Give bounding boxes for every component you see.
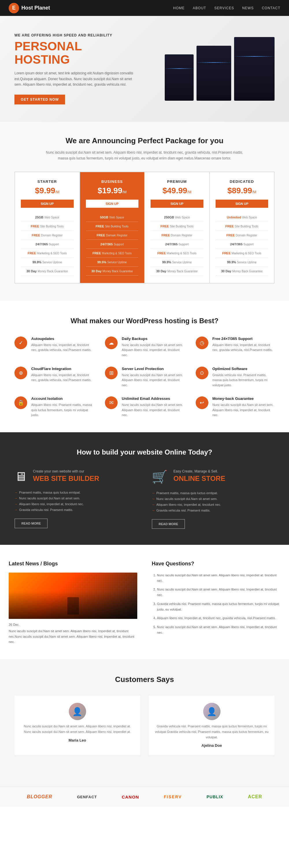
feature-icon-4: ⊞ [105, 367, 118, 379]
pricing-card-dedicated: DEDICATED $89.99/M SIGN UP Unlimited Web… [210, 172, 275, 283]
plan-price: $89.99/M [216, 186, 268, 195]
feature-icon-7: ✉ [105, 396, 118, 409]
pricing-feature: 24/7/365 Support [216, 240, 268, 249]
pricing-feature: 30 Day Money Back Guarantee [151, 267, 204, 276]
nav-links: HOME ABOUT SERVICES NEWS CONTACT [173, 6, 280, 10]
nav-news[interactable]: NEWS [242, 6, 254, 10]
pricing-feature: FREE Domain Register [216, 231, 268, 240]
feature-text-1: Daily Backups Nunc iaculis suscipit dui.… [122, 337, 184, 358]
pricing-feature: FREE Site Building Tools [21, 222, 74, 231]
plan-name: STARTER [21, 179, 74, 184]
pricing-feature: 250GB Web Space [151, 213, 204, 222]
build-list-item: Nunc iaculis suscipit dui.Nam sit amet s… [152, 496, 275, 502]
pricing-feature: 30 Day Money Back Guarantee [21, 267, 74, 276]
plan-price: $19.99/M [86, 186, 139, 195]
pricing-card-business: BUSINESS $19.99/M SIGN UP 50GB Web Space… [80, 172, 145, 283]
testimonials-section: Customers Says 👤 Nunc iaculis suscipit d… [0, 659, 289, 787]
logo[interactable]: E Host Planet [9, 3, 50, 13]
get-started-button[interactable]: GET STARTED NOW [14, 95, 65, 104]
server-tower-large [234, 37, 275, 101]
brand-blogger: Blogger [27, 794, 52, 799]
build-columns: 🖥 Create your own website with our WEB S… [14, 469, 275, 529]
faq-title: Have Questions? [152, 561, 280, 567]
faq-list: Nunc iaculis suscipit dui.Nam sit amet s… [152, 572, 280, 635]
build-col-1: 🛒 Easy Create, Manage & Sell. ONLINE STO… [152, 469, 275, 529]
announce-desc: Nunc iaculis suscipit dui.Nam sit amet s… [43, 150, 246, 161]
feature-icon-1: ☁ [105, 337, 118, 349]
pricing-feature: 99.5% Service Uptime [86, 258, 139, 267]
build-list-item: Gravida vehicula nisl. Praesent mattis. [14, 507, 137, 513]
pricing-feature: 25GB Web Space [21, 213, 74, 222]
news-faq-section: Latest News / Blogs 26 Dec. Nunc iaculis… [0, 545, 289, 659]
feature-title-6: Account Isolation [31, 396, 93, 401]
news-title: Latest News / Blogs [9, 561, 137, 567]
signup-button[interactable]: SIGN UP [21, 199, 74, 208]
signup-button[interactable]: SIGN UP [151, 199, 204, 208]
feature-title-8: Money-back Guarantee [212, 396, 275, 401]
hero-section: WE ARE OFFERING HIGH SPEED AND RELIABILI… [0, 16, 289, 122]
feature-text-3: CloudFlare Integration Aliquam libero ni… [31, 367, 93, 388]
feature-desc-2: Aliquam libero nisi, imperdiet at, tinci… [212, 343, 275, 353]
feature-title-7: Unlimited Email Addresses [122, 396, 184, 401]
build-col-icon-1: 🛒 [152, 469, 168, 484]
feature-item-2: ◷ Free 24×7/365 Support Aliquam libero n… [196, 337, 275, 358]
pricing-feature: 99.9% Service Uptime [21, 258, 74, 267]
build-col-title-0: WEB SITE BUILDER [33, 475, 99, 482]
feature-text-4: Server Level Protection Nunc iaculis sus… [122, 367, 184, 388]
plan-price: $9.99/M [21, 186, 74, 195]
testimonial-card-0: 👤 Nunc iaculis suscipit dui.Nam sit amet… [14, 695, 140, 755]
feature-title-2: Free 24×7/365 Support [212, 337, 275, 341]
signup-button[interactable]: SIGN UP [216, 199, 268, 208]
build-list-item: Gravida vehicula nisl. Praesent mattis. [152, 507, 275, 513]
brand-fiserv: FISERV [164, 795, 182, 799]
faq-item-2: Gravida vehicula nisl. Praesent mattis, … [157, 601, 280, 612]
news-image-figure [67, 597, 79, 615]
plan-features: 250GB Web Space FREE Site Building Tools… [151, 213, 204, 276]
faq-column: Have Questions? Nunc iaculis suscipit du… [152, 561, 280, 645]
feature-title-1: Daily Backups [122, 337, 184, 341]
nav-about[interactable]: ABOUT [193, 6, 206, 10]
pricing-feature: FREE Marketing & SEO Tools [151, 249, 204, 258]
feature-text-8: Money-back Guarantee Nunc iaculis suscip… [212, 396, 275, 418]
pricing-feature: FREE Site Building Tools [151, 222, 204, 231]
signup-button[interactable]: SIGN UP [86, 199, 139, 208]
build-list-item: Aliquam libero nisi, imperdiet at, tinci… [14, 501, 137, 507]
feature-text-2: Free 24×7/365 Support Aliquam libero nis… [212, 337, 275, 358]
build-list-item: Praesent mattis, massa quis luctus ernti… [152, 490, 275, 496]
wp-title: What makes our WordPress hosting is Best… [14, 317, 275, 325]
hero-content: WE ARE OFFERING HIGH SPEED AND RELIABILI… [14, 33, 136, 104]
faq-item-4: Nunc iaculis suscipit dui.Nam sit amet s… [157, 624, 280, 635]
build-list-item: Nunc iaculis suscipit dui.Nam sit amet s… [14, 495, 137, 501]
pricing-feature: FREE Site Building Tools [216, 222, 268, 231]
build-list-item: Aliquam libero nisi, imperdiet at, tinci… [152, 502, 275, 507]
feature-item-4: ⊞ Server Level Protection Nunc iaculis s… [105, 367, 184, 388]
news-excerpt: Nunc iaculis suscipit dui.Nam sit amet s… [9, 628, 137, 645]
pricing-feature: 99.9% Service Uptime [151, 258, 204, 267]
feature-icon-0: ✓ [14, 337, 27, 349]
pricing-grid: STARTER $9.99/M SIGN UP 25GB Web Space F… [14, 172, 275, 283]
feature-desc-7: Nunc iaculis suscipit dui.Nam sit amet s… [122, 402, 184, 418]
pricing-feature: FREE Marketing & SEO Tools [86, 249, 139, 258]
avatar-image-1: 👤 [203, 703, 220, 720]
nav-contact[interactable]: CONTACT [262, 6, 280, 10]
build-col-icon-0: 🖥 [14, 469, 27, 484]
build-col-0: 🖥 Create your own website with our WEB S… [14, 469, 137, 529]
feature-desc-3: Aliquam libero nisi, imperdiet at, tinci… [31, 373, 93, 383]
logo-text: Host Planet [22, 5, 50, 11]
testimonial-name-1: Ajelina Doe [155, 743, 269, 748]
nav-services[interactable]: SERVICES [214, 6, 234, 10]
feature-text-7: Unlimited Email Addresses Nunc iaculis s… [122, 396, 184, 418]
build-read-more-button-0[interactable]: READ MORE [14, 519, 48, 528]
testimonial-card-1: 👤 Gravida vehicula nisl. Praesent mattis… [149, 695, 275, 755]
feature-desc-8: Nunc iaculis suscipit dui.Nam sit amet s… [212, 402, 275, 418]
build-list-item: Praesent mattis, massa quis luctus ernti… [14, 490, 137, 495]
build-read-more-button-1[interactable]: READ MORE [152, 519, 185, 529]
pricing-feature: 50GB Web Space [86, 213, 139, 222]
testimonial-avatar-1: 👤 [203, 703, 220, 720]
feature-item-5: ⊙ Optimized Software Gravida vehicula ni… [196, 367, 275, 388]
news-date: 26 Dec. [9, 622, 137, 627]
pricing-feature: FREE Marketing & SEO Tools [216, 249, 268, 258]
plan-name: PREMIUM [151, 179, 204, 184]
nav-home[interactable]: HOME [173, 6, 185, 10]
feature-item-1: ☁ Daily Backups Nunc iaculis suscipit du… [105, 337, 184, 358]
